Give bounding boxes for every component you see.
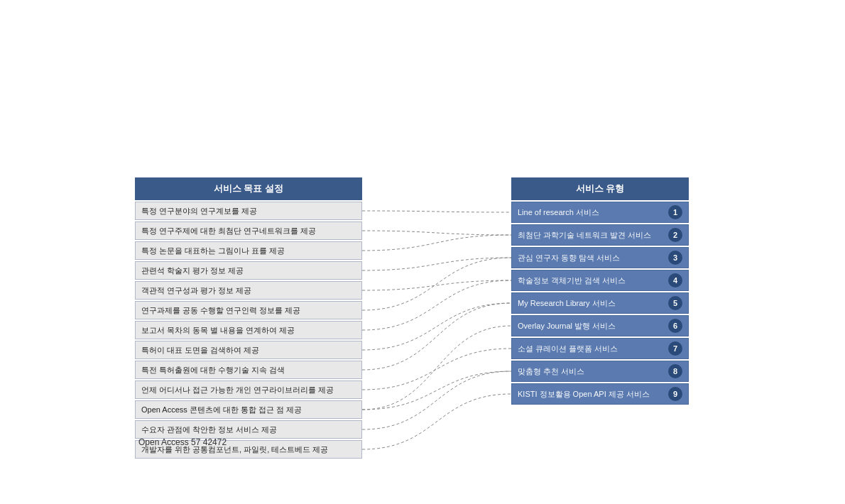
right-item-number-2: 3 [668,251,682,265]
right-item-2: 관심 연구자 동향 탐색 서비스3 [511,247,689,268]
left-item-5: 연구과제를 공동 수행할 연구인력 정보를 제공 [135,301,362,319]
right-item-label-5: Overlay Journal 발행 서비스 [518,321,664,332]
right-item-number-3: 4 [668,273,682,287]
right-item-1: 최첨단 과학기술 네트워크 발견 서비스2 [511,224,689,246]
right-header: 서비스 유형 [511,177,689,200]
right-item-label-7: 맞춤형 추천 서비스 [518,366,664,377]
right-item-number-8: 9 [668,387,682,401]
left-item-6: 보고서 목차의 동목 별 내용을 연계하여 제공 [135,321,362,339]
left-item-1: 특정 연구주제에 대한 최첨단 연구네트워크를 제공 [135,221,362,240]
left-item-7: 특허이 대표 도면을 검색하여 제공 [135,341,362,359]
left-item-2: 특정 논문을 대표하는 그림이나 표를 제공 [135,241,362,260]
bottom-text: Open Access 57 42472 [138,437,227,447]
right-item-number-6: 7 [668,341,682,356]
left-item-9: 언제 어디서나 접근 가능한 개인 연구라이브러리를 제공 [135,380,362,399]
right-item-label-6: 소셜 큐레이션 플랫폼 서비스 [518,344,664,354]
right-item-label-3: 학술정보 객체기반 검색 서비스 [518,275,664,286]
left-item-10: Open Access 콘텐츠에 대한 통합 접근 점 제공 [135,400,362,419]
right-item-number-0: 1 [668,205,682,219]
right-item-label-0: Line of research 서비스 [518,207,664,218]
right-item-number-4: 5 [668,296,682,310]
right-item-number-1: 2 [668,228,682,242]
left-item-3: 관련석 학술지 평가 정보 제공 [135,261,362,280]
right-item-5: Overlay Journal 발행 서비스6 [511,315,689,336]
left-item-0: 특정 연구분야의 연구계보를 제공 [135,202,362,220]
left-item-11: 수요자 관점에 착안한 정보 서비스 제공 [135,420,362,439]
right-item-7: 맞춤형 추천 서비스8 [511,361,689,382]
right-item-label-2: 관심 연구자 동향 탐색 서비스 [518,253,664,263]
right-item-number-7: 8 [668,364,682,378]
left-item-4: 객관적 연구성과 평가 정보 제공 [135,281,362,300]
right-item-6: 소셜 큐레이션 플랫폼 서비스7 [511,338,689,359]
left-item-8: 특전 특허출원에 대한 수행기술 지속 검색 [135,361,362,379]
right-item-number-5: 6 [668,319,682,333]
right-item-4: My Research Library 서비스5 [511,292,689,314]
right-item-label-4: My Research Library 서비스 [518,298,664,309]
left-header: 서비스 목표 설정 [135,177,362,200]
right-item-label-8: KISTI 정보활용 Open API 제공 서비스 [518,389,664,400]
right-item-3: 학술정보 객체기반 검색 서비스4 [511,270,689,291]
right-item-0: Line of research 서비스1 [511,202,689,223]
right-item-label-1: 최첨단 과학기술 네트워크 발견 서비스 [518,230,664,241]
right-item-8: KISTI 정보활용 Open API 제공 서비스9 [511,383,689,405]
